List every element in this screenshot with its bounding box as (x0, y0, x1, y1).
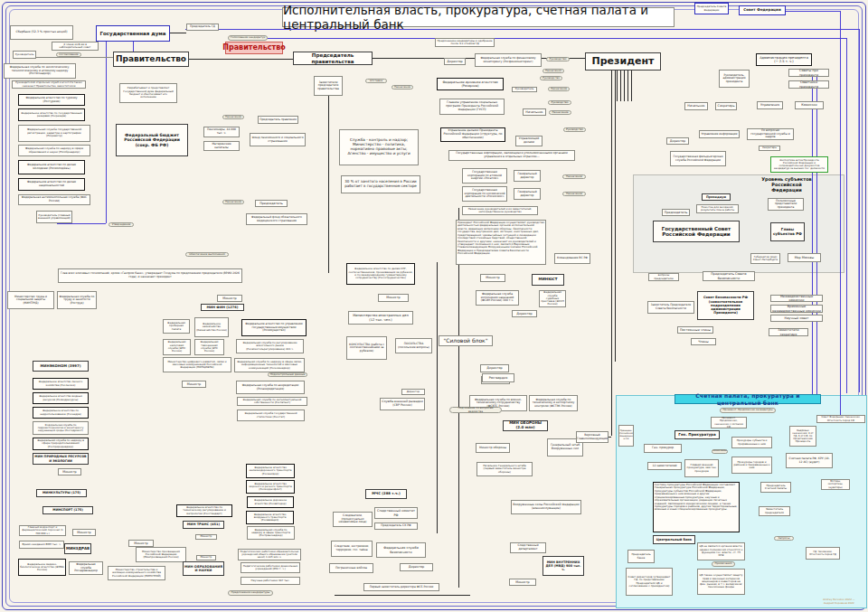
investigative-department: Следственный департамент (510, 542, 546, 553)
president-appointment-note: Президент. Предложение, назначение с сог… (711, 417, 747, 428)
government-header: Правительство (113, 52, 189, 67)
minister-health: Министр (72, 529, 96, 536)
chief-general-staff: Начальник Генерального штаба (первый зам… (476, 462, 533, 476)
minister-trans: Министр (195, 534, 217, 540)
government-red: Правительство (225, 42, 283, 54)
connector-line-21 (624, 71, 625, 101)
scientific-council: Научный совет (770, 315, 823, 322)
scientific-workers: Научные работники 347 тыс. (241, 577, 300, 585)
director-svr: Директор (480, 364, 509, 372)
budget-duty-note: Разрабатывает и представляет Государстве… (119, 83, 177, 103)
mvd: МИН ВНУТРЕННИХ ДЕЛ (МВД) 900 тыс. ч. (542, 556, 584, 576)
heads-of-subjects: Главы субъектов РФ (770, 222, 805, 241)
cb-status-note: ЦБ не является органом власти, однако по… (697, 542, 745, 560)
presidential-envoys: Полномочные представители президента (768, 198, 804, 211)
gusp: Главное управление социальных программ П… (439, 99, 505, 115)
gd-accountability-note: ГД. Чиновники. Отчетность перед ГД (806, 547, 840, 560)
minister-tsifry: Министр (182, 381, 206, 388)
moscow-mayor: Мэр Москвы (788, 253, 821, 262)
general-director-roskosmos: Генеральный директор (514, 188, 541, 200)
org-chart-canvas: Исполнительная власть, прокуратура, счет… (0, 0, 868, 612)
rosstandart: Федеральное агентство по техническому ре… (176, 504, 232, 517)
director-rosfinmonitoring: Директор (444, 58, 466, 65)
connector-line-4 (786, 11, 840, 12)
gazprombank-note: Глав всех ключевых госкомпаний, кроме «Г… (58, 268, 242, 283)
civil-service-directorate: По вопросам государственной службы и кад… (747, 128, 794, 140)
school-teachers: Педагогические работники образовательных… (238, 549, 301, 560)
fsin: Федеральная служба исполнения наказаний … (476, 290, 519, 306)
members: Члены (691, 338, 716, 345)
treasury: Федеральное казначейство (Казначейство Р… (194, 317, 229, 337)
connector-line-10 (458, 208, 459, 588)
page-title: Исполнительная власть, прокуратура, счет… (282, 7, 675, 27)
roszdravnadzor: Федеральная служба Росздравнадзор (69, 561, 103, 575)
rosleskhoz: Федеральное агентство лесного хозяйства … (33, 378, 89, 390)
fssp: Федеральная служба судебных приставов (Ф… (539, 290, 566, 307)
subject-prosecutors: Прокуроры субъекта и приравненные к ним (731, 437, 772, 448)
minjust: МИНЮСТ (532, 274, 564, 286)
vmp-waiting-note: Время ожидания ВМП тыс. ч. (19, 541, 64, 549)
city-district-prosecutors: Прокуроры городов и районов и приравненн… (731, 457, 772, 474)
mintrud: Министерство труда и социальной защиты (… (7, 291, 54, 309)
minister-justice: Министр (480, 274, 505, 282)
connector-line-15 (812, 72, 813, 395)
rosgidromet: Федеральная служба по гидрометеорологии … (33, 421, 89, 435)
chairman-state-duma: Председатель ГД (186, 24, 219, 31)
notes-label: Примечания (712, 561, 735, 567)
minister-fin: Министр (217, 295, 242, 302)
director-fsin: Директор (512, 310, 537, 317)
minprirody: МИН ПРИРОДНЫХ РЕСУРСОВ И ЭКОЛОГИИ (33, 453, 89, 465)
leadership-label-2: Руководство (540, 76, 562, 80)
rosmorrechflot: Федеральное агентство морского и речного… (246, 480, 295, 494)
directorates: Управления (757, 101, 783, 109)
minister-prosvet: Министр (128, 540, 154, 547)
medical-personnel-note: Главный медэксперт и фармацевтический пе… (19, 525, 66, 536)
accounts-chamber: Счетная палата РФ, КРУ (10-12 АС) (аудит… (786, 453, 833, 468)
controlled-data-label: Подконтрольные данные (268, 372, 307, 377)
ministry-defense: МИН ОБОРОНЫ (2.0 млн) (503, 420, 548, 431)
fmba: Федеральное медико-биологическое агентст… (18, 559, 66, 576)
svr: Служба внешней разведки (СВР России) (380, 398, 425, 410)
rosalkogol: Федеральная служба по регулированию алко… (236, 339, 304, 353)
rosturizm: Федеральное агентство по туризму (Ростур… (18, 94, 85, 106)
fns: Федеральная налоговая служба (ФНС России… (163, 339, 191, 355)
resignation-label: Отставка (365, 79, 387, 83)
connector-line-7 (57, 223, 106, 224)
rosatom: Государственная корпорация по атомной эн… (462, 168, 507, 184)
fsb: Федеральная служба безопасности (376, 542, 426, 558)
president-rf-sf-note: Президент Российской Федерации и СФ (618, 425, 634, 447)
connector-line-22 (627, 71, 628, 101)
appointment-label-5: Назначение (549, 110, 571, 115)
supreme-commander: Верховный Главнокомандующий (576, 431, 609, 443)
subjects-level-title: Уровень субъектов Российской Федерации (756, 179, 817, 192)
deputy-chairman-cb: Заместитель председателя (759, 506, 790, 516)
permanent-members: Постоянные члены (677, 326, 713, 334)
connector-line-8 (133, 41, 134, 52)
chairman-state-council: Председатель (662, 209, 690, 216)
candidate-proposal-label: Предложение кандидатуры (228, 590, 273, 596)
chairman-security-council: Председатель Совета безопасности (703, 271, 755, 281)
rosreestr: Федеральная служба государственной регис… (18, 125, 90, 142)
oms-fund: Федеральный фонд обязательного медицинск… (246, 213, 307, 225)
cb-investor-note: ЦБ также осуществляет защиту прав и зако… (697, 569, 745, 595)
secretary-admin: Секретарь (715, 102, 737, 110)
secretary-2: Секретарь (759, 146, 780, 151)
minstroy: Министерство строительства и жилищно-ком… (108, 566, 165, 580)
connector-line-25 (335, 595, 470, 596)
heads-appointment-direct: Назначение руководителей и их заместител… (462, 206, 538, 215)
main-military-prosecutors: Главная военная прокуратура, зам ген. пр… (684, 459, 719, 477)
personnel-appointments-note: Кадровые назначения: 4 от ГД, 6 от СФ, п… (789, 426, 816, 447)
preschool-teachers: Педагогические работники дошкольных учре… (241, 562, 300, 573)
agenda-note: Повестка для заседаний, результаты плана… (696, 204, 739, 213)
rossotrudnichestvo: Федеральное агентство по делам СНГ, соот… (346, 263, 415, 285)
consulates: КОНСУЛЬСТВА (работа с соотечественниками… (346, 336, 387, 360)
fsb-scope-note: Следствие, экстремизм, терроризм, гос. т… (331, 541, 373, 557)
minkultury: МИНКУЛЬТУРЫ (175) (36, 489, 87, 497)
rosmolodezh: Федеральное агентство по делам молодежи … (18, 160, 85, 174)
presidium: Президиум (702, 193, 731, 201)
general-director-rosatom: Генеральный директор (514, 170, 541, 182)
questions-to-chairman: вопросы председателю (648, 273, 679, 281)
minister-interior: Министр (509, 579, 536, 586)
chief-gusp: Начальник (523, 108, 546, 116)
author-signature: Andrey Korovkov 2022 — Андрей Коровков 2… (818, 596, 860, 607)
